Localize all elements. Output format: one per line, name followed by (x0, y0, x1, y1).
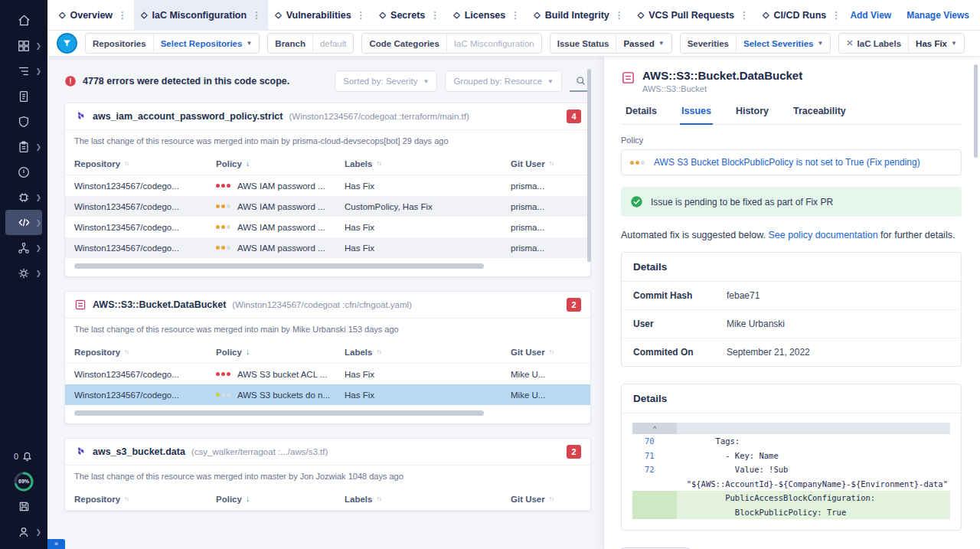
code-categories-value[interactable]: IaC Misconfiguration (446, 34, 541, 53)
col-repository[interactable]: Repository↑↓ (74, 495, 216, 504)
severities-select[interactable]: Select Severities▼ (736, 34, 830, 53)
collapse-caret-icon[interactable]: ^ (632, 423, 677, 434)
tab-menu-icon[interactable]: ⋮ (615, 10, 624, 21)
sort-icon[interactable]: ↑↓ (376, 495, 381, 502)
tab-menu-icon[interactable]: ⋮ (430, 10, 439, 21)
tab-menu-icon[interactable]: ⋮ (118, 10, 127, 21)
resource-card-header[interactable]: aws_s3_bucket.data (csy_walker/terragoat… (65, 439, 590, 466)
table-row[interactable]: Winston1234567/codego... AWS S3 bucket A… (65, 364, 590, 384)
resource-card-header[interactable]: aws_iam_account_password_policy.strict (… (65, 103, 590, 130)
sort-icon[interactable]: ↑↓ (124, 160, 129, 167)
findings-vertical-scrollbar[interactable] (587, 69, 591, 262)
sorted-by-dropdown[interactable]: Sorted by: Severity▼ (335, 70, 437, 92)
col-policy[interactable]: Policy↓ (216, 159, 345, 168)
app-window: ❯ ❯ ❯ ❯ ❯ ❯ (0, 0, 980, 549)
tab-details[interactable]: Details (624, 106, 658, 124)
tab-vcs-pull-requests[interactable]: ◇VCS Pull Requests⋮ (631, 0, 756, 31)
inventory-icon[interactable]: ❯ (5, 58, 42, 83)
horizontal-scrollbar[interactable] (74, 410, 484, 416)
field-label: Commited On (633, 347, 727, 358)
notifications-bell-icon[interactable]: 0 (5, 443, 42, 469)
table-row-selected[interactable]: Winston1234567/codego... AWS S3 buckets … (65, 384, 590, 405)
col-repository[interactable]: Repository↑↓ (74, 159, 216, 168)
compute-chip-icon[interactable]: ❯ (5, 185, 42, 210)
detail-field: Commited On September 21, 2022 (622, 338, 961, 366)
save-floppy-icon[interactable] (5, 494, 42, 519)
branch-value[interactable]: default (312, 34, 354, 53)
dashboards-icon[interactable]: ❯ (5, 33, 42, 58)
remove-filter-icon[interactable]: ✕ (846, 38, 853, 48)
tab-overview[interactable]: ◇Overview⋮ (52, 0, 134, 31)
policy-issue-select[interactable]: AWS S3 Bucket BlockPublicPolicy is not s… (621, 149, 962, 175)
sort-icon[interactable]: ↑↓ (549, 348, 554, 355)
application-graph-icon[interactable]: ❯ (5, 235, 42, 260)
resource-card[interactable]: AWS::S3::Bucket.DataBucket (Winston12345… (64, 291, 591, 424)
tab-label: Build Integrity (545, 10, 609, 21)
home-icon[interactable] (5, 8, 42, 33)
tab-build-integrity[interactable]: ◇Build Integrity⋮ (527, 0, 631, 31)
repositories-select[interactable]: Select Repositories▼ (153, 34, 260, 53)
tab-menu-icon[interactable]: ⋮ (740, 10, 749, 21)
usage-progress-ring[interactable]: 69% (5, 469, 42, 494)
col-git-user[interactable]: Git User↑↓ (511, 159, 581, 168)
filter-funnel-button[interactable] (57, 33, 77, 54)
tab-licenses[interactable]: ◇Licenses⋮ (446, 0, 527, 31)
col-git-user[interactable]: Git User↑↓ (511, 348, 581, 357)
last-change-text: The last change of this resource was mer… (65, 466, 590, 488)
resource-card[interactable]: aws_s3_bucket.data (csy_walker/terragoat… (64, 438, 591, 511)
col-policy[interactable]: Policy↓ (216, 495, 345, 504)
policy-documentation-link[interactable]: See policy documentation (768, 230, 877, 240)
compliance-shield-icon[interactable] (5, 109, 42, 134)
tab-label: Licenses (465, 10, 506, 21)
tab-vulnerabilities[interactable]: ◇Vulnerabilities⋮ (268, 0, 372, 31)
table-row[interactable]: Winston1234567/codego... AWS IAM passwor… (65, 237, 590, 258)
tab-cicd-runs[interactable]: ◇CI/CD Runs⋮ (756, 0, 848, 31)
sort-icon[interactable]: ↑↓ (549, 495, 554, 502)
sort-icon[interactable]: ↑↓ (376, 160, 381, 167)
table-row[interactable]: Winston1234567/codego... AWS IAM passwor… (65, 175, 590, 196)
sort-icon[interactable]: ↑↓ (376, 348, 381, 355)
tab-label: Overview (70, 10, 113, 21)
col-git-user[interactable]: Git User↑↓ (511, 495, 581, 504)
tab-secrets[interactable]: ◇Secrets⋮ (373, 0, 447, 31)
tab-history[interactable]: History (734, 106, 770, 124)
alerts-icon[interactable] (5, 159, 42, 185)
table-row[interactable]: Winston1234567/codego... AWS IAM passwor… (65, 217, 590, 237)
sort-desc-icon[interactable]: ↓ (246, 159, 250, 168)
sidebar-expand-button[interactable]: » (47, 539, 65, 549)
sort-icon[interactable]: ↑↓ (549, 160, 554, 167)
sort-icon[interactable]: ↑↓ (124, 348, 129, 355)
table-row[interactable]: Winston1234567/codego... AWS IAM passwor… (65, 196, 590, 217)
resource-name: AWS::S3::Bucket.DataBucket (93, 299, 226, 310)
tab-traceability[interactable]: Traceability (792, 106, 848, 124)
horizontal-scrollbar[interactable] (74, 263, 484, 269)
governance-clipboard-icon[interactable]: ❯ (5, 134, 42, 159)
tab-issues[interactable]: Issues (680, 106, 713, 125)
col-labels[interactable]: Labels↑↓ (345, 159, 511, 168)
tab-menu-icon[interactable]: ⋮ (511, 10, 520, 21)
panel-vertical-scrollbar[interactable] (974, 64, 978, 158)
iac-labels-select[interactable]: Has Fix▼ (908, 34, 964, 53)
profile-icon[interactable]: ❯ (5, 519, 42, 544)
col-labels[interactable]: Labels↑↓ (345, 495, 511, 504)
issue-status-select[interactable]: Passed▼ (616, 34, 671, 53)
filter-label: Issue Status (550, 34, 616, 53)
tab-menu-icon[interactable]: ⋮ (357, 10, 366, 21)
sort-desc-icon[interactable]: ↓ (246, 495, 250, 503)
sort-icon[interactable]: ↑↓ (124, 495, 129, 502)
tab-menu-icon[interactable]: ⋮ (831, 10, 841, 21)
sort-desc-icon[interactable]: ↓ (246, 348, 250, 356)
add-view-link[interactable]: Add View (850, 10, 891, 21)
reports-icon[interactable] (5, 83, 42, 109)
tab-menu-icon[interactable]: ⋮ (252, 10, 261, 21)
resource-card[interactable]: aws_iam_account_password_policy.strict (… (64, 103, 591, 277)
grouped-by-dropdown[interactable]: Grouped by: Resource▼ (445, 70, 562, 92)
manage-views-link[interactable]: Manage Views (906, 10, 969, 21)
code-security-icon[interactable]: ❯ (5, 210, 42, 235)
col-repository[interactable]: Repository↑↓ (74, 348, 216, 357)
col-policy[interactable]: Policy↓ (216, 348, 345, 357)
tab-iac-misconfiguration[interactable]: ◇IaC Misconfiguration⋮ (134, 0, 268, 31)
resource-card-header[interactable]: AWS::S3::Bucket.DataBucket (Winston12345… (65, 292, 590, 319)
settings-gear-icon[interactable]: ❯ (5, 260, 42, 286)
col-labels[interactable]: Labels↑↓ (345, 348, 511, 357)
